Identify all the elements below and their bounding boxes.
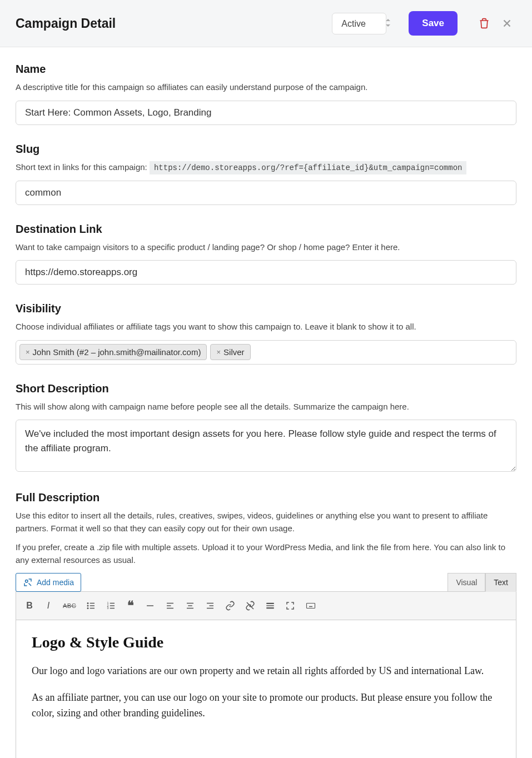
read-more-icon (265, 601, 275, 611)
slug-url-preview: https://demo.storeapps.org/?ref={affilia… (150, 161, 467, 174)
align-right-button[interactable] (201, 597, 220, 614)
tag-label: Silver (223, 347, 245, 357)
page-title: Campaign Detail (16, 16, 332, 31)
full-desc-label: Full Description (16, 491, 516, 504)
field-short-description: Short Description This will show along w… (16, 382, 516, 474)
toolbar-toggle-button[interactable] (301, 597, 321, 614)
save-button[interactable]: Save (409, 11, 458, 36)
tab-text[interactable]: Text (485, 573, 516, 592)
remove-tag-icon[interactable]: × (216, 348, 221, 356)
visibility-tag[interactable]: × Silver (210, 344, 250, 360)
field-destination: Destination Link Want to take campaign v… (16, 223, 516, 285)
field-slug: Slug Short text in links for this campai… (16, 143, 516, 205)
short-desc-input[interactable] (16, 420, 516, 472)
visibility-help: Choose individual affiliates or affiliat… (16, 321, 516, 333)
hr-icon (145, 601, 155, 611)
visibility-input[interactable]: × John Smith (#2 – john.smith@mailinator… (16, 340, 516, 365)
destination-label: Destination Link (16, 223, 516, 236)
slug-help-text: Short text in links for this campaign: (16, 162, 150, 172)
align-left-button[interactable] (161, 597, 180, 614)
svg-rect-26 (307, 604, 315, 609)
link-button[interactable] (221, 597, 240, 614)
keyboard-icon (305, 601, 316, 611)
read-more-button[interactable] (261, 597, 280, 614)
bullet-list-icon (86, 601, 96, 611)
numbered-list-button[interactable]: 123 (102, 597, 121, 614)
slug-help: Short text in links for this campaign: h… (16, 161, 516, 174)
editor-content[interactable]: Logo & Style Guide Our logo and logo var… (16, 620, 516, 758)
svg-rect-23 (266, 603, 274, 604)
close-button[interactable] (498, 14, 516, 33)
svg-text:3: 3 (107, 606, 109, 610)
editor-toolbar: B I ABC 123 ❝ (16, 591, 516, 620)
bullet-list-button[interactable] (82, 597, 101, 614)
numbered-list-icon: 123 (106, 601, 116, 611)
visibility-label: Visibility (16, 302, 516, 315)
content-heading: Logo & Style Guide (32, 634, 500, 651)
svg-point-0 (26, 580, 28, 583)
blockquote-button[interactable]: ❝ (122, 595, 140, 616)
destination-help: Want to take campaign visitors to a spec… (16, 241, 516, 254)
full-desc-help-1: Use this editor to insert all the detail… (16, 510, 516, 535)
remove-tag-icon[interactable]: × (26, 348, 30, 356)
name-help: A descriptive title for this campaign so… (16, 81, 516, 94)
tag-label: John Smith (#2 – john.smith@mailinator.c… (33, 347, 201, 357)
svg-rect-25 (266, 607, 274, 609)
align-center-button[interactable] (181, 597, 200, 614)
close-icon (501, 17, 513, 29)
unlink-icon (245, 601, 255, 611)
add-media-label: Add media (37, 578, 74, 587)
content-paragraph: Our logo and logo variations are our own… (32, 664, 500, 679)
slug-input[interactable] (16, 181, 516, 205)
short-desc-label: Short Description (16, 382, 516, 395)
svg-rect-24 (266, 605, 274, 606)
link-icon (225, 601, 235, 611)
fullscreen-icon (285, 601, 295, 611)
bold-button[interactable]: B (21, 597, 38, 614)
tab-visual[interactable]: Visual (448, 573, 485, 592)
align-center-icon (185, 601, 195, 611)
horizontal-rule-button[interactable] (141, 597, 160, 614)
fullscreen-button[interactable] (281, 597, 300, 614)
media-icon (23, 577, 33, 587)
visibility-tag[interactable]: × John Smith (#2 – john.smith@mailinator… (19, 344, 207, 360)
trash-icon (479, 18, 490, 29)
italic-button[interactable]: I (39, 597, 57, 614)
field-full-description: Full Description Use this editor to inse… (16, 491, 516, 758)
field-name: Name A descriptive title for this campai… (16, 63, 516, 125)
unlink-button[interactable] (241, 597, 260, 614)
destination-input[interactable] (16, 260, 516, 285)
content-paragraph: As an affiliate partner, you can use our… (32, 690, 500, 721)
status-select[interactable]: Active (332, 13, 386, 34)
name-input[interactable] (16, 101, 516, 125)
strikethrough-button[interactable]: ABC (58, 599, 81, 612)
delete-button[interactable] (475, 14, 493, 32)
field-visibility: Visibility Choose individual affiliates … (16, 302, 516, 365)
slug-label: Slug (16, 143, 516, 156)
add-media-button[interactable]: Add media (16, 573, 81, 592)
svg-point-1 (87, 603, 88, 604)
svg-point-3 (87, 608, 88, 609)
name-label: Name (16, 63, 516, 76)
align-left-icon (165, 601, 175, 611)
short-desc-help: This will show along with campaign name … (16, 401, 516, 413)
page-header: Campaign Detail Active Save (0, 0, 532, 47)
svg-point-2 (87, 605, 88, 606)
full-desc-help-2: If you prefer, create a .zip file with m… (16, 541, 516, 566)
align-right-icon (205, 601, 215, 611)
